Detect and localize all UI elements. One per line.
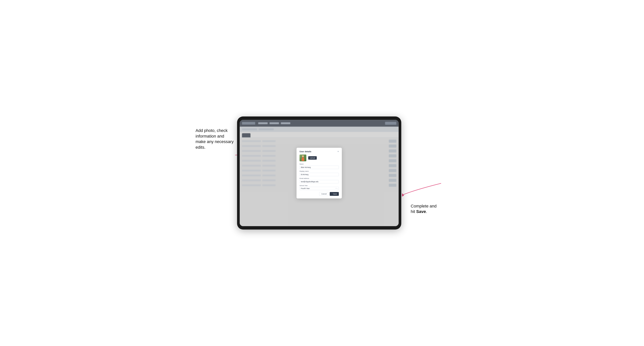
close-icon[interactable]: × <box>338 150 339 153</box>
tablet-frame: User details × Upload <box>237 117 401 229</box>
person-body <box>302 157 304 161</box>
save-icon: ↑ <box>332 193 332 195</box>
photo-upload-row: Upload <box>300 155 339 161</box>
user-photo <box>300 155 306 161</box>
svg-marker-1 <box>402 193 404 196</box>
annotation-left-text: Add photo, check information and make an… <box>196 128 234 150</box>
school-year-label: School Year <box>300 185 339 186</box>
upload-button[interactable]: Upload <box>308 156 317 160</box>
email-label: Email address <box>300 177 339 179</box>
user-photo-image <box>300 155 306 161</box>
modal-overlay: User details × Upload <box>240 120 399 226</box>
cancel-button[interactable]: Cancel <box>319 192 328 196</box>
school-year-input[interactable] <box>300 187 339 190</box>
user-details-modal: User details × Upload <box>296 148 342 198</box>
tablet-screen: User details × Upload <box>240 120 399 226</box>
annotation-right-suffix: . <box>426 209 427 214</box>
modal-title: User details <box>300 150 311 153</box>
email-field-group: Email address <box>300 177 339 183</box>
annotation-right-bold: Save <box>416 209 426 214</box>
annotation-left: Add photo, check information and make an… <box>196 128 235 150</box>
school-year-field-group: School Year × ⌄ <box>300 185 339 190</box>
save-label: Save <box>333 193 337 195</box>
display-name-label: Display name <box>300 170 339 172</box>
arrow-right-icon <box>394 179 448 198</box>
scene: Add photo, check information and make an… <box>237 117 407 229</box>
annotation-right-prefix: hit <box>411 209 416 214</box>
annotation-right: Complete and hit Save. <box>411 203 450 214</box>
modal-actions: Cancel ↑ Save <box>300 192 339 196</box>
annotation-right-line1: Complete and <box>411 204 436 208</box>
name-field-group: Name <box>300 163 339 169</box>
person-head <box>302 155 304 157</box>
display-name-field-group: Display name <box>300 170 339 176</box>
display-name-input[interactable] <box>300 173 339 176</box>
name-label: Name <box>300 163 339 165</box>
name-input[interactable] <box>300 166 339 169</box>
modal-title-row: User details × <box>300 150 339 153</box>
email-input[interactable] <box>300 180 339 183</box>
school-year-select-wrapper: × ⌄ <box>300 187 339 190</box>
save-button[interactable]: ↑ Save <box>330 192 339 196</box>
